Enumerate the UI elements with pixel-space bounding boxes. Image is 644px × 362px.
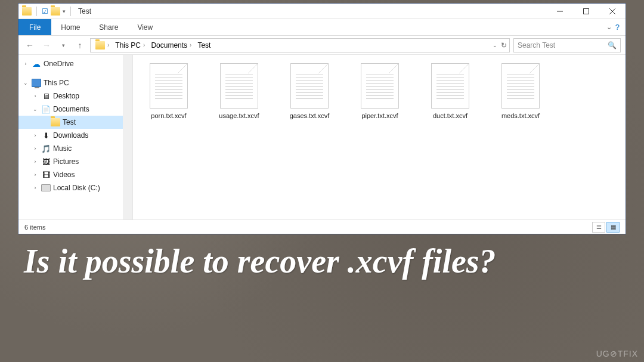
maximize-button[interactable] <box>573 4 599 19</box>
ribbon-tab-share[interactable]: Share <box>89 19 128 35</box>
expand-icon[interactable]: › <box>32 93 39 99</box>
expand-icon[interactable]: › <box>32 159 39 165</box>
sidebar-item-test[interactable]: Test <box>18 116 132 129</box>
checkbox-icon[interactable]: ☑ <box>42 7 48 16</box>
file-item[interactable]: duct.txt.xcvf <box>420 63 480 119</box>
sidebar-item-videos[interactable]: › 🎞 Videos <box>18 168 132 181</box>
breadcrumb-thispc[interactable]: This PC› <box>113 40 147 51</box>
file-item[interactable]: piper.txt.xcvf <box>350 63 410 119</box>
sidebar-item-desktop[interactable]: › 🖥 Desktop <box>18 89 132 103</box>
desktop-icon: 🖥 <box>41 91 51 101</box>
file-icon <box>431 63 469 109</box>
file-label: piper.txt.xcvf <box>361 112 398 119</box>
downloads-icon: ⬇ <box>41 131 51 140</box>
ribbon: File Home Share View ⌄ ? <box>18 19 626 36</box>
file-icon <box>220 63 258 109</box>
navbar: ← → ▾ ↑ › This PC› Documents› Test ⌄ ↻ S… <box>18 36 626 55</box>
file-label: meds.txt.xcvf <box>501 112 540 119</box>
expand-icon[interactable]: › <box>22 61 29 67</box>
icons-view-button[interactable]: ▦ <box>606 222 620 233</box>
sidebar-item-onedrive[interactable]: › ☁ OneDrive <box>18 57 132 70</box>
sidebar-item-label: Local Disk (C:) <box>53 184 100 192</box>
expand-icon[interactable]: › <box>32 132 39 138</box>
sidebar-item-thispc[interactable]: ⌄ This PC <box>18 76 132 89</box>
file-item[interactable]: porn.txt.xcvf <box>139 63 199 119</box>
file-label: porn.txt.xcvf <box>151 112 186 119</box>
caption-text: Is it possible to recover .xcvf files? <box>24 242 496 281</box>
sidebar-item-localdisk[interactable]: › Local Disk (C:) <box>18 181 132 194</box>
window-title: Test <box>78 7 91 16</box>
svg-rect-1 <box>584 8 589 14</box>
details-view-button[interactable]: ☰ <box>592 222 605 233</box>
up-button[interactable]: ↑ <box>73 39 86 52</box>
expand-icon[interactable]: › <box>32 172 39 178</box>
breadcrumb-root[interactable]: › <box>93 40 112 51</box>
address-bar[interactable]: › This PC› Documents› Test ⌄ ↻ <box>90 38 510 52</box>
sidebar-item-label: This PC <box>44 79 69 87</box>
explorer-body: › ☁ OneDrive ⌄ This PC › 🖥 Desktop ⌄ 📄 D… <box>18 55 626 219</box>
close-button[interactable] <box>599 4 626 19</box>
explorer-window: ☑ ▾ Test File Home Share View ⌄ ? ← → ▾ … <box>18 3 626 234</box>
search-placeholder: Search Test <box>518 41 555 49</box>
sidebar-item-label: OneDrive <box>44 60 74 68</box>
qat-separator <box>70 7 71 16</box>
recent-dropdown[interactable]: ▾ <box>57 39 70 52</box>
view-toggle: ☰ ▦ <box>592 222 620 233</box>
watermark: UG⊘TFIX <box>596 349 638 358</box>
qat-separator <box>36 7 37 16</box>
folder-icon[interactable] <box>51 7 60 16</box>
sidebar-item-documents[interactable]: ⌄ 📄 Documents <box>18 103 132 116</box>
folder-icon[interactable] <box>22 7 32 16</box>
pictures-icon: 🖼 <box>41 157 51 166</box>
pc-icon <box>32 79 41 87</box>
statusbar: 6 items ☰ ▦ <box>18 219 626 234</box>
sidebar-item-downloads[interactable]: › ⬇ Downloads <box>18 129 132 142</box>
onedrive-icon: ☁ <box>32 59 41 69</box>
file-label: duct.txt.xcvf <box>433 112 467 119</box>
chevron-down-icon[interactable]: ⌄ <box>493 42 497 48</box>
collapse-icon[interactable]: ⌄ <box>32 106 39 112</box>
forward-button[interactable]: → <box>40 39 53 52</box>
ribbon-tab-view[interactable]: View <box>128 19 162 35</box>
expand-icon[interactable]: › <box>32 146 39 151</box>
file-item[interactable]: usage.txt.xcvf <box>209 63 269 119</box>
sidebar-item-pictures[interactable]: › 🖼 Pictures <box>18 155 132 168</box>
help-icon[interactable]: ? <box>615 23 620 32</box>
ribbon-file-tab[interactable]: File <box>18 19 51 35</box>
sidebar-item-label: Music <box>53 144 72 153</box>
file-item[interactable]: gases.txt.xcvf <box>280 63 339 119</box>
file-item[interactable]: meds.txt.xcvf <box>491 63 550 119</box>
ribbon-expand[interactable]: ⌄ ? <box>600 19 626 35</box>
file-label: gases.txt.xcvf <box>290 112 330 119</box>
expand-icon[interactable]: › <box>32 185 39 191</box>
sidebar-item-label: Documents <box>53 105 89 113</box>
sidebar-item-music[interactable]: › 🎵 Music <box>18 142 132 155</box>
qat-dropdown-icon[interactable]: ▾ <box>63 8 66 14</box>
titlebar: ☑ ▾ Test <box>18 4 626 19</box>
file-icon <box>501 63 540 109</box>
breadcrumb-test[interactable]: Test <box>195 40 213 51</box>
file-icon <box>361 63 399 109</box>
chevron-down-icon: ⌄ <box>606 23 612 31</box>
breadcrumb-label: This PC <box>115 41 141 49</box>
breadcrumb-documents[interactable]: Documents› <box>148 40 194 51</box>
sidebar-item-label: Test <box>63 118 76 126</box>
refresh-icon[interactable]: ↻ <box>501 41 507 49</box>
status-count: 6 items <box>24 224 45 231</box>
back-button[interactable]: ← <box>23 39 36 52</box>
minimize-button[interactable] <box>547 4 573 19</box>
ribbon-tab-home[interactable]: Home <box>51 19 89 35</box>
folder-icon <box>95 41 105 49</box>
search-icon[interactable]: 🔍 <box>608 41 617 49</box>
search-input[interactable]: Search Test 🔍 <box>513 38 621 52</box>
file-grid[interactable]: porn.txt.xcvf usage.txt.xcvf gases.txt.x… <box>133 55 626 219</box>
documents-icon: 📄 <box>41 104 51 114</box>
sidebar-scrollbar[interactable] <box>123 55 132 219</box>
breadcrumb-label: Test <box>197 41 210 49</box>
collapse-icon[interactable]: ⌄ <box>22 80 29 86</box>
music-icon: 🎵 <box>41 144 51 153</box>
sidebar: › ☁ OneDrive ⌄ This PC › 🖥 Desktop ⌄ 📄 D… <box>18 55 133 219</box>
sidebar-item-label: Videos <box>53 171 75 179</box>
file-icon <box>150 63 188 109</box>
file-label: usage.txt.xcvf <box>219 112 259 119</box>
